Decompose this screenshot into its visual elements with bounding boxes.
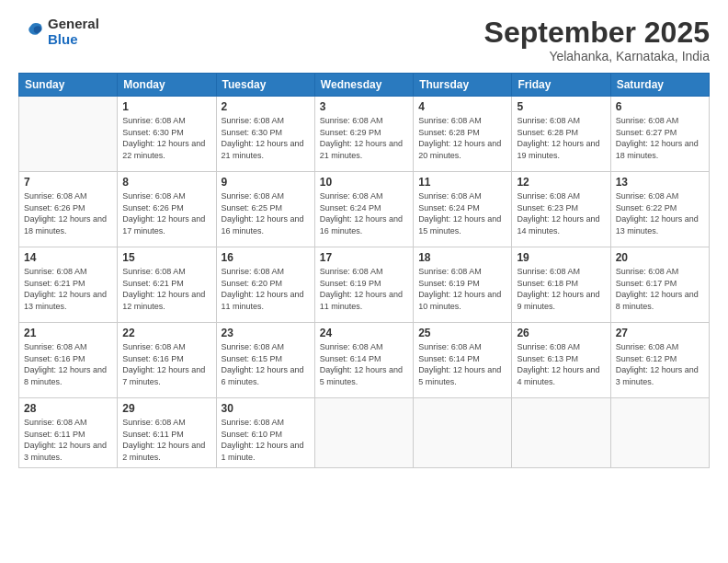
day-number: 9 <box>222 176 310 189</box>
day-info: Sunrise: 6:08 AM Sunset: 6:18 PM Dayligh… <box>517 266 605 312</box>
day-info: Sunrise: 6:08 AM Sunset: 6:28 PM Dayligh… <box>418 115 506 161</box>
table-row: 14Sunrise: 6:08 AM Sunset: 6:21 PM Dayli… <box>19 247 118 323</box>
day-info: Sunrise: 6:08 AM Sunset: 6:14 PM Dayligh… <box>418 341 506 387</box>
table-row <box>19 97 118 172</box>
day-number: 19 <box>517 251 605 264</box>
table-row: 22Sunrise: 6:08 AM Sunset: 6:16 PM Dayli… <box>118 323 216 398</box>
table-row: 6Sunrise: 6:08 AM Sunset: 6:27 PM Daylig… <box>610 97 709 172</box>
day-info: Sunrise: 6:08 AM Sunset: 6:24 PM Dayligh… <box>418 190 506 236</box>
table-row: 1Sunrise: 6:08 AM Sunset: 6:30 PM Daylig… <box>118 97 216 172</box>
table-row: 26Sunrise: 6:08 AM Sunset: 6:13 PM Dayli… <box>512 323 610 398</box>
day-number: 4 <box>418 100 506 113</box>
day-number: 20 <box>616 251 704 264</box>
day-number: 22 <box>122 327 210 339</box>
day-info: Sunrise: 6:08 AM Sunset: 6:12 PM Dayligh… <box>616 341 704 387</box>
day-number: 12 <box>517 176 605 189</box>
day-number: 25 <box>418 327 506 339</box>
table-row <box>610 398 709 467</box>
table-row: 8Sunrise: 6:08 AM Sunset: 6:26 PM Daylig… <box>118 172 216 247</box>
table-row: 4Sunrise: 6:08 AM Sunset: 6:28 PM Daylig… <box>414 97 512 172</box>
day-number: 16 <box>222 251 310 264</box>
day-number: 1 <box>122 100 210 113</box>
table-row: 12Sunrise: 6:08 AM Sunset: 6:23 PM Dayli… <box>512 172 610 247</box>
day-number: 28 <box>24 402 112 415</box>
day-info: Sunrise: 6:08 AM Sunset: 6:17 PM Dayligh… <box>616 266 704 312</box>
table-row: 18Sunrise: 6:08 AM Sunset: 6:19 PM Dayli… <box>414 247 512 323</box>
table-row: 3Sunrise: 6:08 AM Sunset: 6:29 PM Daylig… <box>314 97 413 172</box>
day-number: 27 <box>616 327 704 339</box>
day-info: Sunrise: 6:08 AM Sunset: 6:30 PM Dayligh… <box>122 115 210 161</box>
table-row: 20Sunrise: 6:08 AM Sunset: 6:17 PM Dayli… <box>610 247 709 323</box>
logo-general-text: General <box>48 17 99 32</box>
table-row: 19Sunrise: 6:08 AM Sunset: 6:18 PM Dayli… <box>512 247 610 323</box>
day-number: 30 <box>222 402 310 415</box>
day-number: 29 <box>122 402 210 415</box>
day-info: Sunrise: 6:08 AM Sunset: 6:23 PM Dayligh… <box>517 190 605 236</box>
header-thursday: Thursday <box>414 74 512 97</box>
day-number: 10 <box>320 176 408 189</box>
day-info: Sunrise: 6:08 AM Sunset: 6:29 PM Dayligh… <box>320 115 408 161</box>
table-row: 5Sunrise: 6:08 AM Sunset: 6:28 PM Daylig… <box>512 97 610 172</box>
day-info: Sunrise: 6:08 AM Sunset: 6:19 PM Dayligh… <box>418 266 506 312</box>
day-info: Sunrise: 6:08 AM Sunset: 6:20 PM Dayligh… <box>222 266 310 312</box>
day-number: 2 <box>222 100 310 113</box>
table-row <box>414 398 512 467</box>
subtitle: Yelahanka, Karnataka, India <box>484 49 710 63</box>
table-row: 28Sunrise: 6:08 AM Sunset: 6:11 PM Dayli… <box>19 398 118 467</box>
day-info: Sunrise: 6:08 AM Sunset: 6:26 PM Dayligh… <box>122 190 210 236</box>
logo-icon <box>18 19 44 45</box>
logo: General Blue <box>18 17 99 47</box>
title-block: September 2025 Yelahanka, Karnataka, Ind… <box>484 17 710 63</box>
day-info: Sunrise: 6:08 AM Sunset: 6:16 PM Dayligh… <box>122 341 210 387</box>
day-info: Sunrise: 6:08 AM Sunset: 6:11 PM Dayligh… <box>24 417 112 463</box>
day-info: Sunrise: 6:08 AM Sunset: 6:28 PM Dayligh… <box>517 115 605 161</box>
header-tuesday: Tuesday <box>216 74 314 97</box>
table-row: 11Sunrise: 6:08 AM Sunset: 6:24 PM Dayli… <box>414 172 512 247</box>
day-info: Sunrise: 6:08 AM Sunset: 6:21 PM Dayligh… <box>122 266 210 312</box>
day-info: Sunrise: 6:08 AM Sunset: 6:10 PM Dayligh… <box>222 417 310 463</box>
day-info: Sunrise: 6:08 AM Sunset: 6:24 PM Dayligh… <box>320 190 408 236</box>
table-row: 2Sunrise: 6:08 AM Sunset: 6:30 PM Daylig… <box>216 97 314 172</box>
calendar-table: Sunday Monday Tuesday Wednesday Thursday… <box>18 73 710 467</box>
day-number: 3 <box>320 100 408 113</box>
header-monday: Monday <box>118 74 216 97</box>
table-row: 30Sunrise: 6:08 AM Sunset: 6:10 PM Dayli… <box>216 398 314 467</box>
day-number: 17 <box>320 251 408 264</box>
day-number: 6 <box>616 100 704 113</box>
logo-blue-text: Blue <box>48 32 99 48</box>
day-number: 18 <box>418 251 506 264</box>
table-row <box>512 398 610 467</box>
table-row: 10Sunrise: 6:08 AM Sunset: 6:24 PM Dayli… <box>314 172 413 247</box>
day-number: 26 <box>517 327 605 339</box>
day-info: Sunrise: 6:08 AM Sunset: 6:16 PM Dayligh… <box>24 341 112 387</box>
day-info: Sunrise: 6:08 AM Sunset: 6:14 PM Dayligh… <box>320 341 408 387</box>
day-info: Sunrise: 6:08 AM Sunset: 6:11 PM Dayligh… <box>122 417 210 463</box>
table-row: 16Sunrise: 6:08 AM Sunset: 6:20 PM Dayli… <box>216 247 314 323</box>
day-info: Sunrise: 6:08 AM Sunset: 6:19 PM Dayligh… <box>320 266 408 312</box>
day-info: Sunrise: 6:08 AM Sunset: 6:13 PM Dayligh… <box>517 341 605 387</box>
table-row: 7Sunrise: 6:08 AM Sunset: 6:26 PM Daylig… <box>19 172 118 247</box>
day-info: Sunrise: 6:08 AM Sunset: 6:30 PM Dayligh… <box>222 115 310 161</box>
main-title: September 2025 <box>484 17 710 49</box>
page: General Blue September 2025 Yelahanka, K… <box>0 0 728 563</box>
header-wednesday: Wednesday <box>314 74 413 97</box>
day-info: Sunrise: 6:08 AM Sunset: 6:26 PM Dayligh… <box>24 190 112 236</box>
table-row: 13Sunrise: 6:08 AM Sunset: 6:22 PM Dayli… <box>610 172 709 247</box>
day-info: Sunrise: 6:08 AM Sunset: 6:21 PM Dayligh… <box>24 266 112 312</box>
day-number: 7 <box>24 176 112 189</box>
day-number: 15 <box>122 251 210 264</box>
logo-text: General Blue <box>48 17 99 47</box>
day-number: 21 <box>24 327 112 339</box>
table-row: 17Sunrise: 6:08 AM Sunset: 6:19 PM Dayli… <box>314 247 413 323</box>
calendar-header-row: Sunday Monday Tuesday Wednesday Thursday… <box>19 74 710 97</box>
table-row: 27Sunrise: 6:08 AM Sunset: 6:12 PM Dayli… <box>610 323 709 398</box>
day-number: 14 <box>24 251 112 264</box>
header-friday: Friday <box>512 74 610 97</box>
day-number: 11 <box>418 176 506 189</box>
header: General Blue September 2025 Yelahanka, K… <box>18 17 710 63</box>
table-row <box>314 398 413 467</box>
day-info: Sunrise: 6:08 AM Sunset: 6:25 PM Dayligh… <box>222 190 310 236</box>
table-row: 23Sunrise: 6:08 AM Sunset: 6:15 PM Dayli… <box>216 323 314 398</box>
day-number: 24 <box>320 327 408 339</box>
day-info: Sunrise: 6:08 AM Sunset: 6:22 PM Dayligh… <box>616 190 704 236</box>
